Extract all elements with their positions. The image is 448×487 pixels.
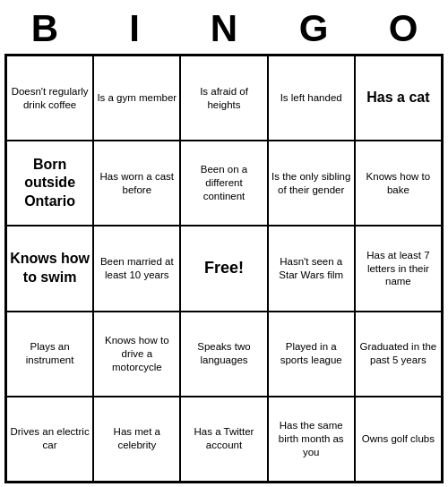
header-letter-b: B [4, 7, 86, 50]
bingo-cell-2[interactable]: Is afraid of heights [180, 56, 267, 141]
bingo-cell-23[interactable]: Has the same birth month as you [268, 397, 355, 482]
bingo-cell-9[interactable]: Knows how to bake [355, 141, 442, 226]
bingo-header: B I N G O [0, 0, 448, 54]
header-letter-g: G [272, 7, 355, 50]
bingo-cell-17[interactable]: Speaks two languages [180, 312, 267, 397]
bingo-cell-12[interactable]: Free! [180, 226, 267, 311]
bingo-cell-8[interactable]: Is the only sibling of their gender [268, 141, 355, 226]
header-letter-i: I [93, 7, 176, 50]
bingo-cell-15[interactable]: Plays an instrument [6, 312, 93, 397]
bingo-grid: Doesn't regularly drink coffeeIs a gym m… [4, 54, 444, 483]
header-letter-o: O [362, 7, 444, 50]
bingo-cell-24[interactable]: Owns golf clubs [355, 397, 442, 482]
bingo-cell-22[interactable]: Has a Twitter account [180, 397, 267, 482]
bingo-cell-18[interactable]: Played in a sports league [268, 312, 355, 397]
bingo-cell-6[interactable]: Has worn a cast before [93, 141, 180, 226]
bingo-cell-7[interactable]: Been on a different continent [180, 141, 267, 226]
header-letter-n: N [183, 7, 265, 50]
bingo-cell-1[interactable]: Is a gym member [93, 56, 180, 141]
bingo-cell-4[interactable]: Has a cat [355, 56, 442, 141]
bingo-cell-21[interactable]: Has met a celebrity [93, 397, 180, 482]
bingo-cell-5[interactable]: Born outside Ontario [6, 141, 93, 226]
bingo-cell-10[interactable]: Knows how to swim [6, 226, 93, 311]
bingo-cell-3[interactable]: Is left handed [268, 56, 355, 141]
bingo-cell-14[interactable]: Has at least 7 letters in their name [355, 226, 442, 311]
bingo-cell-0[interactable]: Doesn't regularly drink coffee [6, 56, 93, 141]
bingo-cell-13[interactable]: Hasn't seen a Star Wars film [268, 226, 355, 311]
bingo-cell-19[interactable]: Graduated in the past 5 years [355, 312, 442, 397]
bingo-cell-16[interactable]: Knows how to drive a motorcycle [93, 312, 180, 397]
bingo-cell-20[interactable]: Drives an electric car [6, 397, 93, 482]
bingo-cell-11[interactable]: Been married at least 10 years [93, 226, 180, 311]
